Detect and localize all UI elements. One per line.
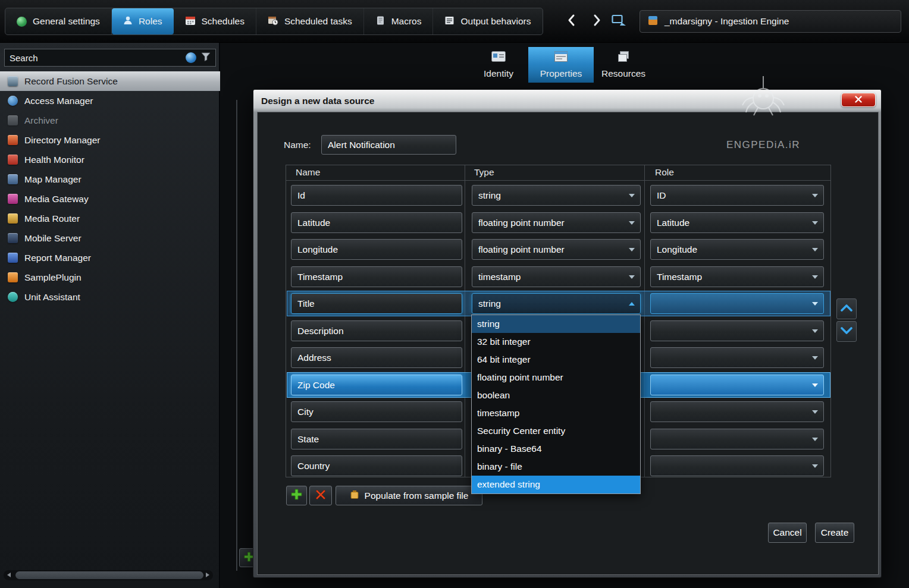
field-role-value: Longitude: [657, 244, 697, 255]
field-role-select[interactable]: Longitude: [650, 239, 824, 260]
delete-field-button[interactable]: [309, 486, 332, 505]
field-type-select[interactable]: timestamp: [472, 266, 641, 287]
sidebar-item-archiver[interactable]: Archiver: [0, 111, 220, 130]
dropdown-option[interactable]: string: [472, 315, 640, 333]
sidebar-item-mobile-server[interactable]: Mobile Server: [0, 228, 220, 248]
sidebar-item-label: SamplePlugin: [24, 272, 82, 283]
sidebar-horizontal-scrollbar[interactable]: [4, 570, 213, 580]
tab-label: Output behaviors: [460, 16, 531, 27]
entity-title-box[interactable]: _mdarsigny - Ingestion Engine: [640, 10, 901, 33]
tab-scheduled-tasks[interactable]: Scheduled tasks: [256, 8, 364, 34]
field-type-select-open[interactable]: string: [472, 293, 641, 314]
field-role-select[interactable]: [650, 455, 824, 476]
field-name-input[interactable]: Title: [291, 293, 462, 314]
table-header: Name Type Role: [286, 165, 830, 181]
field-role-select[interactable]: [650, 320, 824, 341]
field-type-select[interactable]: string: [472, 185, 641, 206]
scroll-right-icon[interactable]: [206, 573, 209, 577]
sidebar-item-record-fusion-service[interactable]: Record Fusion Service: [0, 71, 220, 91]
dropdown-option[interactable]: binary - file: [472, 458, 640, 476]
dropdown-option[interactable]: floating point number: [472, 369, 640, 386]
entity-page-tabs: Identity Properties Resources: [469, 47, 653, 83]
tab-properties[interactable]: Properties: [528, 47, 594, 83]
create-button[interactable]: Create: [815, 523, 854, 543]
sidebar-item-label: Media Router: [24, 213, 80, 224]
forward-button[interactable]: [588, 13, 606, 30]
dropdown-option[interactable]: timestamp: [472, 404, 640, 422]
field-name-value: Id: [297, 190, 305, 201]
field-name-input[interactable]: Longitude: [291, 239, 462, 260]
field-name-input[interactable]: State: [291, 429, 462, 449]
field-role-select[interactable]: ID: [650, 185, 824, 206]
tab-schedules[interactable]: Schedules: [174, 8, 256, 34]
cancel-button[interactable]: Cancel: [768, 523, 807, 543]
tab-identity[interactable]: Identity: [469, 47, 528, 83]
field-name-input[interactable]: Description: [291, 320, 462, 341]
field-name-value: City: [297, 407, 314, 417]
populate-label: Populate from sample file: [365, 490, 469, 501]
field-role-value: Latitude: [657, 218, 689, 228]
sidebar-item-media-gateway[interactable]: Media Gateway: [0, 189, 220, 209]
sample-file-icon: [350, 490, 359, 502]
field-type-select[interactable]: floating point number: [472, 239, 641, 260]
scroll-left-icon[interactable]: [7, 573, 11, 577]
field-role-select[interactable]: [650, 293, 824, 314]
chevron-down-icon: [812, 410, 818, 414]
sidebar-item-access-manager[interactable]: Access Manager: [0, 91, 220, 111]
tab-output-behaviors[interactable]: Output behaviors: [433, 8, 542, 34]
field-name-input[interactable]: Timestamp: [291, 266, 462, 287]
field-role-select[interactable]: Latitude: [650, 212, 824, 233]
sidebar-item-map-manager[interactable]: Map Manager: [0, 169, 220, 189]
background-panel-edge: [236, 100, 237, 571]
archiver-icon: [8, 115, 18, 125]
tab-macros[interactable]: Macros: [364, 8, 434, 34]
dropdown-option[interactable]: 32 bit integer: [472, 333, 640, 351]
tab-resources[interactable]: Resources: [594, 47, 653, 83]
scrollbar-thumb[interactable]: [15, 571, 203, 579]
search-input[interactable]: [10, 53, 181, 63]
dropdown-option[interactable]: Security Center entity: [472, 422, 640, 440]
field-name-input[interactable]: Id: [291, 185, 462, 206]
dropdown-option[interactable]: binary - Base64: [472, 440, 640, 458]
dropdown-option-hovered[interactable]: extended string: [472, 476, 640, 493]
field-role-select[interactable]: [650, 347, 824, 368]
dropdown-option[interactable]: 64 bit integer: [472, 351, 640, 369]
field-name-input[interactable]: Zip Code: [291, 375, 462, 395]
field-name-input[interactable]: Latitude: [291, 212, 462, 233]
field-name-input[interactable]: City: [291, 401, 462, 422]
sidebar-item-sampleplugin[interactable]: SamplePlugin: [0, 268, 220, 287]
field-role-select[interactable]: Timestamp: [650, 266, 824, 287]
field-name-value: Description: [297, 326, 344, 337]
filter-icon[interactable]: [201, 52, 211, 64]
chevron-down-icon: [812, 194, 818, 197]
macro-icon: [375, 15, 385, 28]
name-input[interactable]: [321, 135, 456, 155]
close-button[interactable]: [841, 93, 876, 107]
field-role-value: ID: [657, 190, 666, 201]
sidebar-item-unit-assistant[interactable]: Unit Assistant: [0, 287, 220, 307]
field-type-select[interactable]: floating point number: [472, 212, 641, 233]
search-scope-icon[interactable]: [186, 52, 196, 63]
add-field-button[interactable]: [286, 486, 307, 505]
tab-general-settings[interactable]: General settings: [5, 8, 112, 34]
tab-label: Macros: [391, 16, 422, 27]
sidebar-item-health-monitor[interactable]: Health Monitor: [0, 150, 220, 169]
back-button[interactable]: [563, 13, 581, 30]
move-down-button[interactable]: [836, 321, 857, 342]
move-up-button[interactable]: [836, 298, 857, 319]
sidebar-item-directory-manager[interactable]: Directory Manager: [0, 130, 220, 150]
field-name-input[interactable]: Country: [291, 455, 462, 476]
sidebar-item-report-manager[interactable]: Report Manager: [0, 248, 220, 268]
add-view-icon[interactable]: [612, 14, 627, 30]
field-role-select[interactable]: [650, 401, 824, 422]
dropdown-option[interactable]: boolean: [472, 386, 640, 404]
sidebar-item-media-router[interactable]: Media Router: [0, 209, 220, 228]
field-role-select[interactable]: [650, 429, 824, 449]
tab-roles[interactable]: Roles: [112, 8, 174, 34]
field-role-select[interactable]: [650, 375, 824, 395]
field-name-input[interactable]: Address: [291, 347, 462, 368]
column-divider: [644, 165, 645, 477]
delete-x-icon: [315, 489, 326, 502]
column-header-type: Type: [474, 167, 494, 178]
populate-from-sample-button[interactable]: Populate from sample file: [336, 486, 482, 505]
